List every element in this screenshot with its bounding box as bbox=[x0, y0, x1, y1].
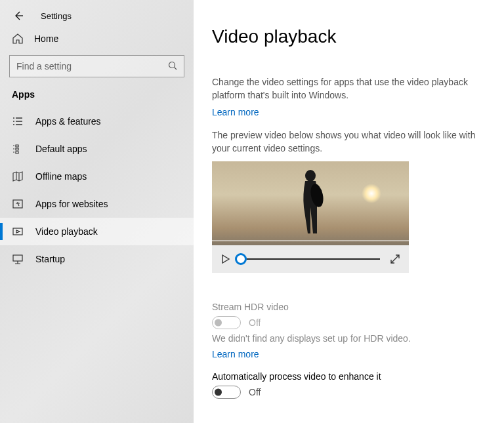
page-title: Video playback bbox=[212, 26, 504, 47]
home-icon bbox=[12, 33, 24, 45]
hdr-label: Stream HDR video bbox=[212, 302, 504, 312]
fullscreen-icon bbox=[390, 254, 400, 264]
rail-graphic bbox=[212, 240, 409, 241]
slider-knob[interactable] bbox=[235, 253, 247, 265]
hdr-note: We didn't find any displays set up for H… bbox=[212, 333, 488, 344]
search-box[interactable] bbox=[9, 55, 184, 77]
home-label: Home bbox=[34, 33, 58, 44]
auto-enhance-label: Automatically process video to enhance i… bbox=[212, 371, 504, 382]
main-content: Video playback Change the video settings… bbox=[194, 0, 504, 423]
toggle-knob bbox=[215, 389, 222, 396]
sidebar-item-offline-maps[interactable]: Offline maps bbox=[0, 163, 194, 190]
sidebar: Settings Home Apps Apps & features Defau… bbox=[0, 0, 194, 423]
back-button[interactable] bbox=[12, 9, 25, 22]
hdr-toggle-row: Off bbox=[212, 316, 504, 329]
auto-enhance-toggle-row: Off bbox=[212, 386, 504, 399]
fullscreen-button[interactable] bbox=[389, 253, 401, 265]
sidebar-item-apps-features[interactable]: Apps & features bbox=[0, 108, 194, 135]
sidebar-item-label: Apps & features bbox=[35, 116, 101, 127]
startup-icon bbox=[12, 253, 24, 265]
auto-enhance-toggle-state: Off bbox=[249, 387, 261, 397]
sidebar-item-label: Apps for websites bbox=[35, 199, 108, 209]
hdr-toggle[interactable] bbox=[212, 316, 241, 329]
video-preview bbox=[212, 161, 409, 273]
sidebar-item-label: Video playback bbox=[35, 226, 98, 237]
arrow-left-icon bbox=[13, 10, 24, 21]
sidebar-item-video-playback[interactable]: Video playback bbox=[0, 218, 194, 245]
section-header: Apps bbox=[0, 89, 194, 108]
toggle-knob bbox=[215, 319, 222, 327]
sidebar-item-label: Startup bbox=[35, 254, 65, 264]
preview-description: The preview video below shows you what v… bbox=[212, 129, 488, 155]
apps-features-icon bbox=[12, 115, 24, 127]
sidebar-item-startup[interactable]: Startup bbox=[0, 245, 194, 273]
svg-rect-3 bbox=[13, 255, 22, 261]
svg-point-0 bbox=[169, 62, 175, 68]
video-controls bbox=[212, 245, 409, 273]
svg-point-4 bbox=[305, 170, 316, 182]
default-apps-icon bbox=[12, 143, 24, 155]
play-button[interactable] bbox=[220, 253, 232, 265]
svg-rect-2 bbox=[13, 228, 22, 235]
person-silhouette bbox=[291, 168, 330, 240]
sidebar-home[interactable]: Home bbox=[0, 24, 194, 51]
hdr-toggle-state: Off bbox=[249, 317, 261, 328]
auto-enhance-toggle[interactable] bbox=[212, 386, 241, 399]
video-playback-icon bbox=[12, 226, 24, 237]
video-progress-slider[interactable] bbox=[241, 258, 380, 260]
sidebar-item-apps-websites[interactable]: Apps for websites bbox=[0, 190, 194, 218]
play-icon bbox=[221, 254, 230, 264]
sun-graphic bbox=[362, 184, 381, 203]
offline-maps-icon bbox=[12, 171, 24, 182]
topbar: Settings bbox=[0, 5, 194, 24]
learn-more-link[interactable]: Learn more bbox=[212, 107, 259, 117]
apps-websites-icon bbox=[12, 198, 24, 210]
search-input[interactable] bbox=[16, 61, 168, 71]
sidebar-item-label: Default apps bbox=[35, 144, 87, 154]
sidebar-item-label: Offline maps bbox=[35, 171, 87, 182]
sidebar-item-default-apps[interactable]: Default apps bbox=[0, 135, 194, 163]
search-icon bbox=[168, 61, 177, 72]
app-title: Settings bbox=[41, 11, 72, 21]
description-text: Change the video settings for apps that … bbox=[212, 76, 488, 102]
hdr-learn-more-link[interactable]: Learn more bbox=[212, 349, 259, 359]
